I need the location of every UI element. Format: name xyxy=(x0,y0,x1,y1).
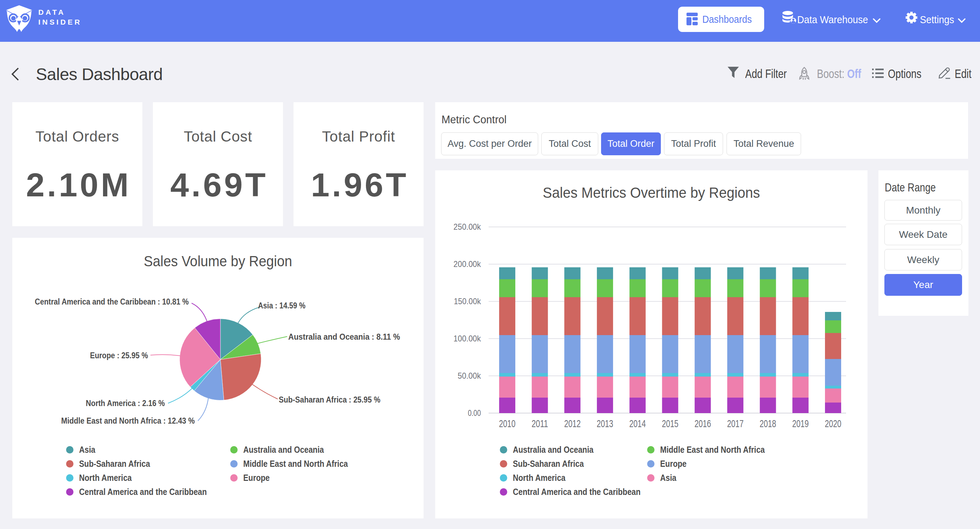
svg-text:2019: 2019 xyxy=(792,418,809,429)
svg-text:2018: 2018 xyxy=(760,418,776,429)
svg-text:Sales Volume by Region: Sales Volume by Region xyxy=(144,253,292,269)
svg-text:North America : 2.16 %: North America : 2.16 % xyxy=(86,398,165,408)
svg-text:0.00: 0.00 xyxy=(468,408,481,418)
svg-text:100.00k: 100.00k xyxy=(453,334,481,343)
svg-text:Asia : 14.59 %: Asia : 14.59 % xyxy=(258,301,305,310)
svg-text:2013: 2013 xyxy=(597,418,613,429)
svg-text:2011: 2011 xyxy=(531,418,548,429)
svg-text:2017: 2017 xyxy=(727,418,743,429)
svg-text:2015: 2015 xyxy=(662,418,678,429)
svg-text:50.00k: 50.00k xyxy=(458,371,481,380)
svg-text:2016: 2016 xyxy=(695,418,711,429)
svg-text:Sub-Saharan Africa : 25.95 %: Sub-Saharan Africa : 25.95 % xyxy=(279,395,380,404)
svg-text:Sales Metrics Overtime by Regi: Sales Metrics Overtime by Regions xyxy=(543,184,760,201)
svg-text:150.00k: 150.00k xyxy=(454,297,481,306)
svg-text:2010: 2010 xyxy=(499,418,515,429)
svg-text:Middle East and North Africa :: Middle East and North Africa : 12.43 % xyxy=(61,416,195,426)
svg-text:250.00k: 250.00k xyxy=(453,222,481,232)
svg-text:Australia and Oceania : 8.11 %: Australia and Oceania : 8.11 % xyxy=(288,332,400,342)
svg-text:Central America and the Caribb: Central America and the Caribbean : 10.8… xyxy=(35,297,189,306)
svg-text:200.00k: 200.00k xyxy=(453,259,481,269)
svg-text:2012: 2012 xyxy=(564,418,581,429)
svg-text:2020: 2020 xyxy=(825,418,842,429)
svg-text:Europe : 25.95 %: Europe : 25.95 % xyxy=(90,351,148,360)
svg-text:2014: 2014 xyxy=(629,418,646,429)
